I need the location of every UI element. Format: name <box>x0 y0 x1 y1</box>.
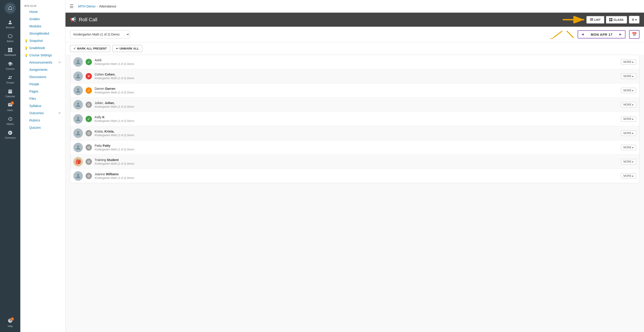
home-label: Home <box>29 10 38 14</box>
nav-people[interactable]: People <box>20 81 65 88</box>
nav-snapshot[interactable]: 💡 Snapshot <box>20 37 65 44</box>
sidebar-item-dashboard[interactable]: Dashboard <box>0 45 20 59</box>
global-nav: Account Admin Dashboard Courses Groups C… <box>0 0 20 332</box>
breadcrumb-course-link[interactable]: MTH Demo <box>78 4 96 8</box>
svg-point-17 <box>10 321 10 322</box>
student-course: Kindergarten Math (1 of 2) Demo <box>94 77 618 80</box>
files-bullet <box>24 97 28 100</box>
status-icon[interactable]: ⊘ <box>86 130 92 136</box>
svg-rect-25 <box>609 20 610 21</box>
sidebar-item-help[interactable]: 4 Help <box>0 316 20 330</box>
more-button[interactable]: MORE ▸ <box>621 145 636 150</box>
status-icon[interactable]: ⊘ <box>86 102 92 108</box>
unmark-all-button[interactable]: ↩ UNMARK ALL <box>112 45 142 52</box>
sidebar-item-account[interactable]: Account <box>0 17 20 31</box>
nav-home[interactable]: Home <box>20 8 65 15</box>
mark-all-label: MARK ALL PRESENT <box>77 47 107 50</box>
svg-point-2 <box>10 6 10 7</box>
student-row: ⊘ Krista, Krista, Kindergarten Math (1 o… <box>70 126 639 140</box>
student-avatar <box>74 143 83 152</box>
student-course: Kindergarten Math (1 of 2) Demo <box>94 148 618 151</box>
class-view-button[interactable]: CLASS <box>606 16 627 24</box>
svg-point-36 <box>77 145 79 147</box>
student-row: ✓ Ashli Kindergarten Math (1 of 2) Demo … <box>70 55 639 69</box>
status-icon[interactable]: ⊘ <box>86 173 92 179</box>
status-icon[interactable]: ✕ <box>86 73 92 79</box>
student-avatar <box>74 128 83 138</box>
outcomes-label: Outcomes <box>29 111 44 115</box>
student-avatar-svg <box>75 73 81 79</box>
sidebar-item-calendar[interactable]: Calendar <box>0 86 20 100</box>
status-icon[interactable]: ⊘ <box>86 158 92 165</box>
sidebar-item-admin[interactable]: Admin <box>0 31 20 45</box>
student-lastname: Krista, <box>104 130 114 133</box>
more-button[interactable]: MORE ▸ <box>621 159 636 164</box>
nav-strongminded[interactable]: StrongMinded <box>20 30 65 37</box>
nav-modules[interactable]: Modules <box>20 23 65 30</box>
student-name: Cohen Cohen_ <box>94 73 618 76</box>
canvas-logo[interactable] <box>4 2 16 14</box>
nav-assignments[interactable]: Assignments <box>20 66 65 73</box>
course-select[interactable]: Kindergarten Math (1 of 2) Demo Kinderga… <box>70 30 130 39</box>
student-course: Kindergarten Math (1 of 2) Demo <box>94 119 618 123</box>
dashboard-label: Dashboard <box>4 54 16 56</box>
status-icon[interactable]: ⊘ <box>86 144 92 151</box>
assignments-bullet <box>24 68 28 71</box>
sidebar-item-courses[interactable]: Courses <box>0 59 20 72</box>
nav-announcements[interactable]: Announcements 👁 <box>20 59 65 66</box>
more-button[interactable]: MORE ▸ <box>621 173 636 179</box>
settings-button[interactable]: ⚙ ▾ <box>629 16 640 24</box>
mark-all-present-button[interactable]: ✓ MARK ALL PRESENT <box>70 45 110 52</box>
date-prev-button[interactable]: ◄ <box>578 31 587 38</box>
svg-rect-12 <box>8 90 12 94</box>
sidebar-item-history[interactable]: History <box>0 114 20 127</box>
calendar-button[interactable]: 📅 <box>629 30 640 39</box>
status-icon[interactable]: ✓ <box>86 59 92 65</box>
status-icon[interactable]: ✓ <box>86 87 92 94</box>
nav-quizzes[interactable]: Quizzes <box>20 124 65 131</box>
calendar-icon <box>7 88 13 94</box>
student-list: ✓ Ashli Kindergarten Math (1 of 2) Demo … <box>70 55 640 183</box>
more-button[interactable]: MORE ▸ <box>621 102 636 107</box>
date-next-button[interactable]: ► <box>616 31 625 38</box>
student-name: Krista, Krista, <box>94 130 618 133</box>
nav-pages[interactable]: Pages <box>20 88 65 95</box>
nav-files[interactable]: Files <box>20 95 65 102</box>
nav-syllabus[interactable]: Syllabus <box>20 102 65 109</box>
nav-course-settings[interactable]: 💡 Course Settings <box>20 52 65 59</box>
gradebook-bullet: 💡 <box>24 46 28 50</box>
more-button[interactable]: MORE ▸ <box>621 130 636 136</box>
more-button[interactable]: MORE ▸ <box>621 116 636 122</box>
student-name: Darren Darren <box>94 87 618 90</box>
more-button[interactable]: MORE ▸ <box>621 74 636 79</box>
roll-call-title: Roll Call <box>79 17 559 23</box>
student-info: Patty Patty Kindergarten Math (1 of 2) D… <box>94 144 618 151</box>
sidebar-item-inbox[interactable]: 3 Inbox <box>0 100 20 114</box>
svg-point-30 <box>77 60 79 62</box>
nav-grades[interactable]: Grades <box>20 15 65 23</box>
svg-point-33 <box>77 103 79 105</box>
svg-point-10 <box>9 76 10 78</box>
hamburger-icon[interactable]: ☰ <box>70 4 74 9</box>
arrow-annotation-bottom-left <box>549 30 576 39</box>
sidebar-item-groups[interactable]: Groups <box>0 72 20 86</box>
svg-point-32 <box>77 88 79 90</box>
nav-gradebook[interactable]: 💡 Gradebook <box>20 44 65 52</box>
list-view-button[interactable]: LIST <box>586 16 604 24</box>
student-info: Krista, Krista, Kindergarten Math (1 of … <box>94 130 618 137</box>
nav-discussions[interactable]: Discussions <box>20 73 65 81</box>
more-button[interactable]: MORE ▸ <box>621 59 636 65</box>
student-name: Ashli <box>94 58 618 62</box>
megaphone-icon: 📢 <box>70 17 76 23</box>
sidebar-item-commons[interactable]: Commons <box>0 127 20 141</box>
inbox-badge: 3 <box>10 101 14 105</box>
nav-rubrics[interactable]: Rubrics <box>20 117 65 124</box>
nav-outcomes[interactable]: Outcomes 👁 <box>20 109 65 117</box>
more-button[interactable]: MORE ▸ <box>621 88 636 93</box>
help-icon: 4 <box>7 318 13 324</box>
status-icon[interactable]: ✓ <box>86 116 92 122</box>
svg-rect-26 <box>611 20 612 21</box>
quizzes-label: Quizzes <box>29 126 41 129</box>
student-row: ✓ Darren Darren Kindergarten Math (1 of … <box>70 83 639 98</box>
courses-label: Courses <box>6 67 14 70</box>
